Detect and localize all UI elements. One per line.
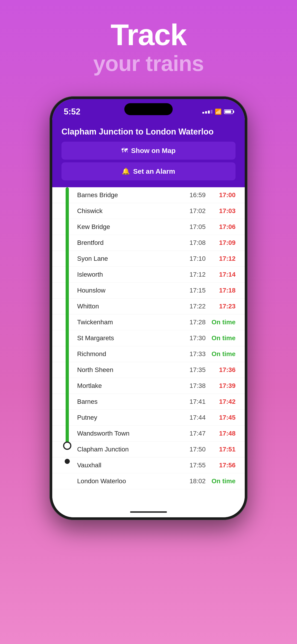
home-indicator	[52, 507, 245, 517]
station-actual: 17:45	[210, 414, 236, 421]
station-actual: 17:39	[210, 382, 236, 390]
station-name: St Margarets	[77, 334, 182, 342]
station-scheduled: 17:15	[182, 287, 206, 294]
phone-inner: 5:52 📶 Clapham Junction to London Waterl…	[52, 99, 245, 517]
station-name: Clapham Junction	[77, 446, 182, 453]
station-scheduled: 17:12	[182, 271, 206, 278]
station-actual: On time	[210, 318, 236, 326]
station-scheduled: 17:55	[182, 462, 206, 469]
station-row: Putney17:4417:45	[52, 410, 245, 426]
station-actual: On time	[210, 478, 236, 485]
route-title: Clapham Junction to London Waterloo	[62, 127, 236, 136]
station-actual: 17:23	[210, 303, 236, 310]
station-name: Chiswick	[77, 207, 182, 215]
station-name: Wandsworth Town	[77, 430, 182, 437]
station-row: London Waterloo18:02On time	[52, 473, 245, 489]
station-name: Mortlake	[77, 382, 182, 390]
station-actual: 17:51	[210, 446, 236, 453]
set-alarm-label: Set an Alarm	[133, 168, 175, 175]
station-actual: 17:12	[210, 255, 236, 262]
station-row: Vauxhall17:5517:56	[52, 458, 245, 473]
station-row: Brentford17:0817:09	[52, 235, 245, 251]
hero-title: Track	[93, 18, 204, 51]
current-station-circle	[63, 442, 71, 450]
signal-icon	[202, 110, 212, 114]
station-scheduled: 17:33	[182, 350, 206, 358]
station-scheduled: 17:35	[182, 366, 206, 374]
station-scheduled: 16:59	[182, 192, 206, 199]
station-scheduled: 17:22	[182, 303, 206, 310]
station-name: Whitton	[77, 303, 182, 310]
station-row: Chiswick17:0217:03	[52, 203, 245, 219]
station-actual: 17:36	[210, 366, 236, 374]
station-name: Kew Bridge	[77, 223, 182, 230]
station-scheduled: 17:44	[182, 414, 206, 421]
station-row: North Sheen17:3517:36	[52, 362, 245, 378]
station-name: Hounslow	[77, 287, 182, 294]
station-name: Barnes	[77, 398, 182, 406]
station-actual: On time	[210, 350, 236, 358]
station-row: Barnes17:4117:42	[52, 394, 245, 410]
station-scheduled: 17:10	[182, 255, 206, 262]
show-map-label: Show on Map	[131, 147, 176, 154]
station-actual: 17:42	[210, 398, 236, 406]
station-actual: 17:09	[210, 239, 236, 246]
status-bar: 5:52 📶	[52, 99, 245, 121]
station-scheduled: 17:30	[182, 334, 206, 342]
passed-station-circle	[65, 459, 70, 464]
station-row: Kew Bridge17:0517:06	[52, 219, 245, 235]
home-bar	[130, 511, 167, 513]
station-row: Clapham Junction17:5017:51	[52, 442, 245, 458]
station-row: Twickenham17:28On time	[52, 314, 245, 330]
status-time: 5:52	[64, 107, 80, 116]
stations-list: Barnes Bridge16:5917:00Chiswick17:0217:0…	[52, 187, 245, 507]
status-icons: 📶	[202, 108, 233, 115]
alarm-icon: 🔔	[122, 168, 130, 175]
station-name: Barnes Bridge	[77, 192, 182, 199]
station-row: Wandsworth Town17:4717:48	[52, 426, 245, 442]
station-scheduled: 17:47	[182, 430, 206, 437]
station-name: Twickenham	[77, 318, 182, 326]
battery-icon	[224, 110, 233, 114]
station-actual: 17:06	[210, 223, 236, 230]
station-row: Barnes Bridge16:5917:00	[52, 187, 245, 203]
station-row: Isleworth17:1217:14	[52, 267, 245, 282]
station-scheduled: 17:50	[182, 446, 206, 453]
map-icon: 🗺	[121, 147, 128, 154]
phone-shell: 5:52 📶 Clapham Junction to London Waterl…	[50, 96, 248, 520]
wifi-icon: 📶	[215, 108, 222, 115]
station-scheduled: 17:28	[182, 318, 206, 326]
station-name: Syon Lane	[77, 255, 182, 262]
station-scheduled: 17:02	[182, 207, 206, 215]
station-actual: 17:00	[210, 192, 236, 199]
station-name: Vauxhall	[77, 462, 182, 469]
set-alarm-button[interactable]: 🔔 Set an Alarm	[62, 162, 236, 180]
station-scheduled: 18:02	[182, 478, 206, 485]
hero-section: Track your trains	[93, 18, 204, 76]
station-name: Richmond	[77, 350, 182, 358]
station-scheduled: 17:38	[182, 382, 206, 390]
station-name: London Waterloo	[77, 478, 182, 485]
station-row: Whitton17:2217:23	[52, 298, 245, 314]
station-actual: 17:18	[210, 287, 236, 294]
station-row: St Margarets17:30On time	[52, 330, 245, 346]
app-header: Clapham Junction to London Waterloo 🗺 Sh…	[52, 121, 245, 187]
hero-subtitle: your trains	[93, 51, 204, 76]
station-scheduled: 17:41	[182, 398, 206, 406]
station-name: North Sheen	[77, 366, 182, 374]
station-scheduled: 17:05	[182, 223, 206, 230]
station-scheduled: 17:08	[182, 239, 206, 246]
station-actual: On time	[210, 334, 236, 342]
station-actual: 17:56	[210, 462, 236, 469]
dynamic-island	[124, 103, 173, 115]
station-actual: 17:03	[210, 207, 236, 215]
station-actual: 17:48	[210, 430, 236, 437]
station-name: Putney	[77, 414, 182, 421]
show-map-button[interactable]: 🗺 Show on Map	[62, 142, 236, 160]
station-row: Mortlake17:3817:39	[52, 378, 245, 394]
station-name: Isleworth	[77, 271, 182, 278]
station-name: Brentford	[77, 239, 182, 246]
station-actual: 17:14	[210, 271, 236, 278]
station-row: Richmond17:33On time	[52, 346, 245, 362]
station-row: Hounslow17:1517:18	[52, 282, 245, 298]
